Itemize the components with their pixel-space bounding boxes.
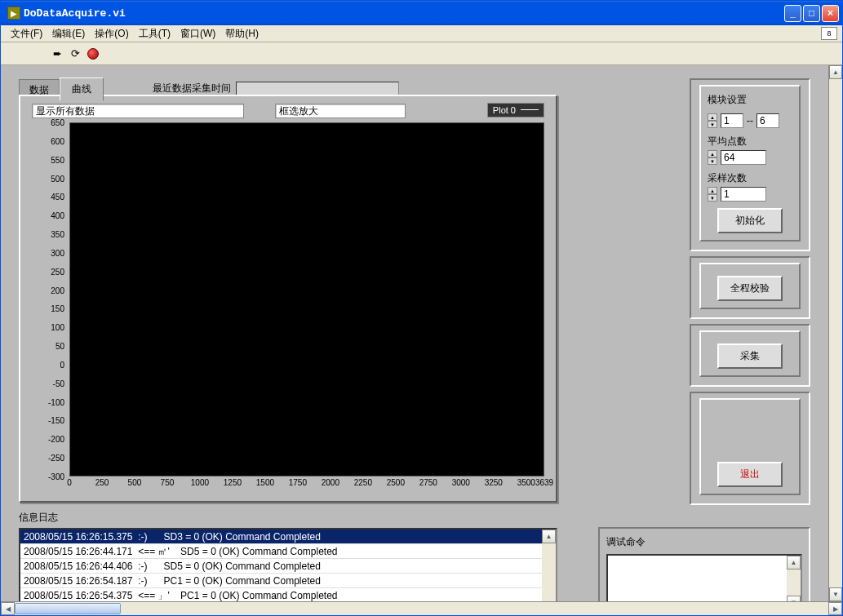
debug-cmd-label: 调试命令 [606, 535, 802, 549]
log-line[interactable]: 2008/05/15 16:26:44.406 :-) SD5 = 0 (OK)… [20, 559, 542, 574]
scroll-h-thumb[interactable] [15, 603, 121, 614]
exit-group: 退出 [690, 392, 810, 505]
y-tick: 600 [51, 136, 64, 145]
menubar: 文件(F) 编辑(E) 操作(O) 工具(T) 窗口(W) 帮助(H) 8 [1, 25, 842, 42]
menu-file[interactable]: 文件(F) [6, 25, 47, 42]
y-tick: 500 [51, 174, 64, 183]
tab-curve[interactable]: 曲线 [60, 78, 104, 101]
titlebar[interactable]: ▶ DoDataAcquire.vi _ □ × [1, 1, 842, 25]
scroll-right-icon[interactable]: ▶ [828, 602, 842, 615]
menu-edit[interactable]: 编辑(E) [47, 25, 90, 42]
vi-icon[interactable]: 8 [821, 27, 837, 40]
menu-window[interactable]: 窗口(W) [175, 25, 220, 42]
y-tick: 100 [51, 323, 64, 332]
verify-button[interactable]: 全程校验 [717, 276, 783, 301]
module-settings-title: 模块设置 [708, 93, 792, 107]
x-tick: 2750 [419, 478, 437, 487]
y-tick: 450 [51, 193, 64, 202]
range-to-input[interactable] [756, 113, 779, 128]
minimize-button[interactable]: _ [784, 5, 801, 22]
y-tick: 300 [51, 248, 64, 257]
y-tick: -150 [48, 416, 64, 425]
samples-spinner[interactable]: ▲▼ [708, 187, 717, 202]
menu-help[interactable]: 帮助(H) [220, 25, 264, 42]
y-tick: -100 [48, 397, 64, 406]
verify-group: 全程校验 [690, 256, 810, 319]
main-scrollbar-h[interactable]: ◀ ▶ [1, 601, 842, 615]
maximize-button[interactable]: □ [803, 5, 820, 22]
plot-swatch-icon [521, 107, 539, 113]
log-scroll-up-icon[interactable]: ▲ [542, 530, 556, 543]
log-line[interactable]: 2008/05/15 16:26:54.187 :-) PC1 = 0 (OK)… [20, 574, 542, 588]
record-icon[interactable] [86, 47, 100, 61]
y-tick: 550 [51, 155, 64, 164]
last-time-value [236, 82, 399, 96]
y-tick: -300 [48, 472, 64, 481]
menu-operate[interactable]: 操作(O) [90, 25, 133, 42]
log-label: 信息日志 [19, 511, 557, 525]
acquire-group: 采集 [690, 324, 810, 387]
acquire-button[interactable]: 采集 [717, 343, 783, 369]
app-icon: ▶ [7, 7, 20, 20]
run-icon[interactable]: ➨ [50, 47, 64, 61]
y-tick: 50 [55, 342, 64, 351]
scroll-up-icon[interactable]: ▲ [829, 65, 842, 79]
window-title: DoDataAcquire.vi [24, 7, 784, 20]
samples-label: 采样次数 [708, 171, 792, 185]
x-tick: 3639 [535, 478, 553, 487]
menu-tools[interactable]: 工具(T) [134, 25, 175, 42]
log-section: 信息日志 2008/05/15 16:26:15.375 :-) SD3 = 0… [19, 511, 557, 615]
y-tick: 400 [51, 211, 64, 220]
close-button[interactable]: × [822, 5, 839, 22]
x-tick: 0 [67, 478, 72, 487]
range-from-input[interactable] [721, 113, 743, 128]
x-tick: 1000 [191, 478, 209, 487]
y-axis: 650600550500450400350300250200150100500-… [20, 122, 68, 476]
exit-button[interactable]: 退出 [717, 462, 783, 487]
x-tick: 3000 [452, 478, 470, 487]
plot-legend-label: Plot 0 [493, 105, 516, 115]
log-line[interactable]: 2008/05/15 16:26:15.375 :-) SD3 = 0 (OK)… [20, 530, 542, 544]
log-line[interactable]: 2008/05/15 16:26:44.171 <== ㎡' SD5 = 0 (… [20, 544, 542, 559]
x-tick: 1750 [289, 478, 307, 487]
y-tick: -250 [48, 454, 64, 463]
avg-input[interactable] [721, 150, 766, 165]
app-window: ▶ DoDataAcquire.vi _ □ × 文件(F) 编辑(E) 操作(… [0, 0, 843, 616]
y-tick: 0 [60, 360, 64, 369]
cmd-scroll-up-icon[interactable]: ▲ [787, 556, 801, 569]
init-button[interactable]: 初始化 [717, 208, 783, 233]
y-tick: 150 [51, 304, 64, 313]
x-tick: 3500 [517, 478, 535, 487]
x-tick: 3250 [485, 478, 503, 487]
scroll-down-icon[interactable]: ▼ [829, 587, 842, 601]
y-tick: 200 [51, 286, 64, 295]
samples-input[interactable] [721, 187, 766, 202]
x-tick: 2250 [354, 478, 372, 487]
y-tick: 350 [51, 230, 64, 239]
plot-legend[interactable]: Plot 0 [487, 103, 544, 117]
side-panel: 模块设置 ▲▼ -- 平均点数 ▲▼ 采样次数 [690, 78, 810, 510]
x-tick: 1250 [224, 478, 242, 487]
scroll-left-icon[interactable]: ◀ [1, 602, 15, 615]
x-tick: 750 [161, 478, 175, 487]
x-tick: 250 [95, 478, 109, 487]
y-tick: -50 [53, 379, 64, 388]
avg-spinner[interactable]: ▲▼ [708, 150, 717, 165]
y-tick: -200 [48, 435, 64, 444]
range-from-spinner[interactable]: ▲▼ [708, 113, 717, 128]
module-settings-group: 模块设置 ▲▼ -- 平均点数 ▲▼ 采样次数 [690, 78, 810, 251]
y-tick: 250 [51, 267, 64, 276]
last-time-label: 最近数据采集时间 [153, 82, 231, 95]
x-axis: 0250500750100012501500175020002250250027… [69, 478, 544, 491]
graph-panel: 显示所有数据 框选放大 Plot 0 650600550500450400350… [19, 95, 557, 503]
client-area: 数据 曲线 最近数据采集时间 显示所有数据 框选放大 Plot 0 650600… [1, 65, 842, 615]
x-tick: 2000 [322, 478, 339, 487]
show-all-dropdown[interactable]: 显示所有数据 [32, 104, 244, 118]
x-tick: 2500 [387, 478, 405, 487]
main-scrollbar-v[interactable]: ▲ ▼ [828, 65, 842, 601]
x-tick: 1500 [256, 478, 274, 487]
graph-area[interactable] [69, 122, 544, 476]
zoom-dropdown[interactable]: 框选放大 [275, 104, 406, 118]
abort-icon[interactable]: ⟳ [68, 47, 82, 61]
x-tick: 500 [128, 478, 142, 487]
